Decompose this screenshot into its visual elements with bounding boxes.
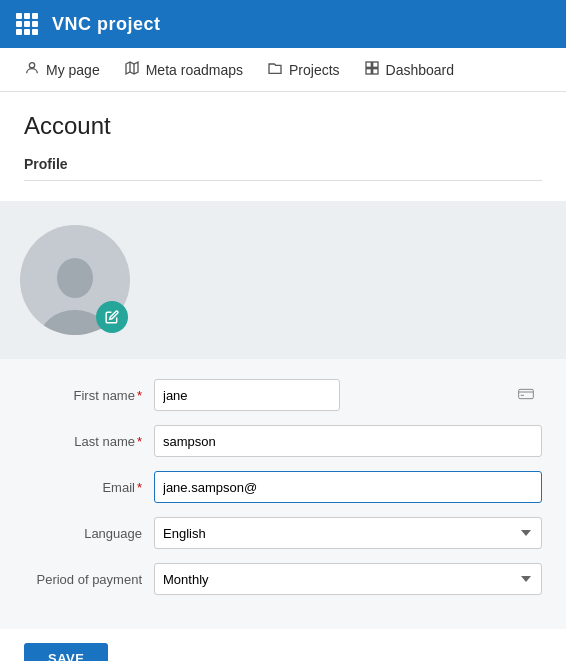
save-button[interactable]: SAVE <box>24 643 108 661</box>
first-name-row: First name* <box>24 379 542 411</box>
first-name-input[interactable] <box>154 379 340 411</box>
topbar: VNC project <box>0 0 566 48</box>
subnav-item-my-page[interactable]: My page <box>12 48 112 92</box>
language-select[interactable]: English German French Spanish <box>154 517 542 549</box>
profile-area <box>0 201 566 359</box>
subnav-meta-roadmaps-label: Meta roadmaps <box>146 62 243 78</box>
email-row: Email* <box>24 471 542 503</box>
svg-point-5 <box>57 258 93 298</box>
input-card-icon <box>518 386 534 404</box>
last-name-label: Last name* <box>24 434 154 449</box>
form-section: First name* Last name* Email* Lan <box>0 359 566 629</box>
app-title: VNC project <box>52 14 161 35</box>
svg-point-0 <box>29 62 34 67</box>
page-title: Account <box>24 112 542 140</box>
subnav: My page Meta roadmaps Projects Dashboard <box>0 48 566 92</box>
svg-rect-3 <box>366 68 371 73</box>
svg-rect-1 <box>366 62 371 67</box>
person-icon <box>24 60 40 80</box>
dashboard-icon <box>364 60 380 80</box>
apps-icon[interactable] <box>16 13 38 35</box>
subnav-dashboard-label: Dashboard <box>386 62 455 78</box>
period-row: Period of payment Monthly Yearly <box>24 563 542 595</box>
last-name-input[interactable] <box>154 425 542 457</box>
subnav-item-meta-roadmaps[interactable]: Meta roadmaps <box>112 48 255 92</box>
main-content: Account Profile <box>0 92 566 201</box>
first-name-label: First name* <box>24 388 154 403</box>
subnav-my-page-label: My page <box>46 62 100 78</box>
email-label: Email* <box>24 480 154 495</box>
map-icon <box>124 60 140 80</box>
svg-rect-2 <box>372 62 377 67</box>
subnav-projects-label: Projects <box>289 62 340 78</box>
profile-section-label: Profile <box>24 156 542 181</box>
last-name-row: Last name* <box>24 425 542 457</box>
save-section: SAVE <box>0 629 566 661</box>
avatar-edit-button[interactable] <box>96 301 128 333</box>
email-input[interactable] <box>154 471 542 503</box>
subnav-item-dashboard[interactable]: Dashboard <box>352 48 467 92</box>
avatar-wrapper <box>20 225 130 335</box>
first-name-input-wrapper <box>154 379 542 411</box>
language-row: Language English German French Spanish <box>24 517 542 549</box>
folder-icon <box>267 60 283 80</box>
subnav-item-projects[interactable]: Projects <box>255 48 352 92</box>
language-label: Language <box>24 526 154 541</box>
period-select[interactable]: Monthly Yearly <box>154 563 542 595</box>
svg-rect-4 <box>372 68 377 73</box>
period-label: Period of payment <box>24 572 154 587</box>
svg-rect-7 <box>519 389 534 398</box>
